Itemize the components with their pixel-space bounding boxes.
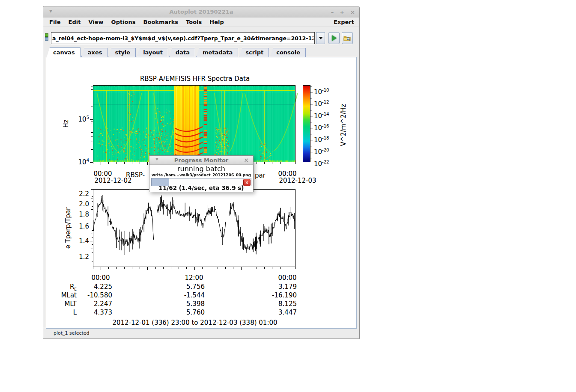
aux-value-L-2: 3.447 xyxy=(245,309,297,316)
menu-file[interactable]: File xyxy=(45,19,65,25)
progress-monitor-dialog: ▼ Progress Monitor × running batch write… xyxy=(149,155,254,192)
menu-view[interactable]: View xyxy=(84,19,107,25)
dialog-close-icon[interactable]: × xyxy=(244,156,249,164)
colorbar-gradient xyxy=(303,85,310,162)
go-button[interactable] xyxy=(328,32,340,44)
series-ytick-2.0: 2.0 xyxy=(72,200,89,208)
aux-value-MLT-2: 8.125 xyxy=(245,300,297,308)
tab-canvas[interactable]: canvas xyxy=(47,48,81,57)
datasource-status-icon[interactable] xyxy=(45,33,50,43)
colorbar-tick--18: 10-18 xyxy=(314,136,340,144)
dialog-menu-arrow-icon[interactable]: ▼ xyxy=(155,157,158,161)
dialog-titlebar[interactable]: ▼ Progress Monitor × xyxy=(149,156,253,165)
aux-value-R-1: 5.756 xyxy=(153,283,205,291)
dialog-task-label: running batch xyxy=(149,165,253,173)
aux-value-MLT-1: 5.398 xyxy=(153,300,205,308)
window-title: Autoplot 20190221a xyxy=(169,9,233,15)
colorbar-tick--14: 10-14 xyxy=(314,112,340,120)
series-ylabel: e Tperp/Tpar xyxy=(64,198,72,258)
datasource-green-square-icon xyxy=(45,33,48,37)
colorbar-label: V^2/m^2/Hz xyxy=(340,99,347,151)
uri-dropdown-button[interactable] xyxy=(316,32,325,44)
chevron-down-icon xyxy=(319,37,323,39)
series-title-fragment-left: RBSP- xyxy=(126,171,145,179)
series-xtick-0: 00:00 xyxy=(88,274,113,282)
play-icon xyxy=(332,35,337,41)
colorbar-tick--10: 10-10 xyxy=(314,88,340,96)
spectrogram-title: RBSP-A/EMFISIS HFR Spectra Data xyxy=(109,75,281,83)
series-xtick-2: 00:00 xyxy=(275,274,300,282)
window-menu-arrow-icon[interactable]: ▼ xyxy=(49,9,52,13)
minimize-icon[interactable]: – xyxy=(331,9,334,15)
dialog-title: Progress Monitor xyxy=(174,157,229,163)
spectrogram-ylabel: Hz xyxy=(62,111,70,137)
timerange-footer: 2012-12-01 (336) 23:00 to 2012-12-03 (33… xyxy=(88,319,302,327)
open-folder-icon xyxy=(343,35,351,42)
colorbar-tick--16: 10-16 xyxy=(314,124,340,132)
colorbar-tick--22: 10-22 xyxy=(314,160,340,168)
autoplot-window: ▼ Autoplot 20190221a – + × FileEditViewO… xyxy=(43,6,360,339)
canvas-panel: RBSP-A/EMFISIS HFR Spectra Data Hz V^2/m… xyxy=(46,57,357,329)
timeseries-canvas[interactable] xyxy=(90,189,298,270)
colorbar-tick--12: 10-12 xyxy=(314,100,340,108)
expert-menu[interactable]: Expert xyxy=(334,19,359,25)
spec-ytick-4: 104 xyxy=(70,158,89,166)
series-ytick-1.6: 1.6 xyxy=(72,223,89,230)
tab-layout[interactable]: layout xyxy=(137,48,168,57)
aux-value-MLat-2: -16.190 xyxy=(245,291,297,299)
tab-axes[interactable]: axes xyxy=(81,48,108,57)
tab-style[interactable]: style xyxy=(108,48,136,57)
series-ytick-2.2: 2.2 xyxy=(72,190,89,198)
colorbar-tick--20: 10-20 xyxy=(314,148,340,156)
browse-button[interactable] xyxy=(342,32,353,44)
aux-value-R-2: 3.179 xyxy=(245,283,297,291)
menu-bookmarks[interactable]: Bookmarks xyxy=(140,19,182,25)
maximize-icon[interactable]: + xyxy=(340,9,344,15)
series-ytick-1.4: 1.4 xyxy=(72,237,89,245)
series-ytick-1.2: 1.2 xyxy=(72,253,89,261)
spec-xtick-right-date: 2012-12-03 xyxy=(276,177,319,184)
status-text: plot_1 selected xyxy=(54,330,90,336)
aux-value-L-1: 5.760 xyxy=(153,309,205,316)
menu-help[interactable]: Help xyxy=(206,19,227,25)
status-bar: plot_1 selected xyxy=(43,328,359,339)
spec-ytick-5: 105 xyxy=(70,115,89,123)
dialog-status-text: 11/62 (1.4/sec, eta 36.9 s) xyxy=(149,184,253,191)
menu-tools[interactable]: Tools xyxy=(182,19,206,25)
spectrogram-canvas[interactable] xyxy=(90,85,298,166)
datasource-blue-square-icon xyxy=(45,37,48,41)
tab-metadata[interactable]: metadata xyxy=(196,48,238,57)
aux-value-R-0: 4.225 xyxy=(61,283,112,291)
close-icon[interactable]: × xyxy=(350,9,355,15)
aux-value-L-0: 4.373 xyxy=(61,309,112,316)
tab-script[interactable]: script xyxy=(239,48,269,57)
colorbar-ticks xyxy=(310,85,314,166)
window-titlebar[interactable]: ▼ Autoplot 20190221a – + × xyxy=(43,6,359,18)
uri-input[interactable] xyxy=(51,32,315,44)
menu-edit[interactable]: Edit xyxy=(65,19,85,25)
series-ytick-1.8: 1.8 xyxy=(72,211,89,218)
series-xtick-1: 12:00 xyxy=(181,274,207,282)
menu-bar: FileEditViewOptionsBookmarksToolsHelp Ex… xyxy=(43,18,359,27)
dialog-detail-text: write /hom...walk3/product_20121206_00.p… xyxy=(149,173,253,177)
aux-value-MLT-0: 2.247 xyxy=(61,300,112,308)
menu-items: FileEditViewOptionsBookmarksToolsHelp xyxy=(43,19,228,25)
aux-value-MLat-1: -1.544 xyxy=(153,291,205,299)
aux-value-MLat-0: -10.580 xyxy=(61,291,112,299)
tab-data[interactable]: data xyxy=(169,48,195,57)
menu-options[interactable]: Options xyxy=(107,19,140,25)
tab-console[interactable]: console xyxy=(270,48,306,57)
series-title-fragment-right: par xyxy=(255,172,266,179)
tab-bar: canvasaxesstylelayoutdatametadatascriptc… xyxy=(47,48,356,57)
